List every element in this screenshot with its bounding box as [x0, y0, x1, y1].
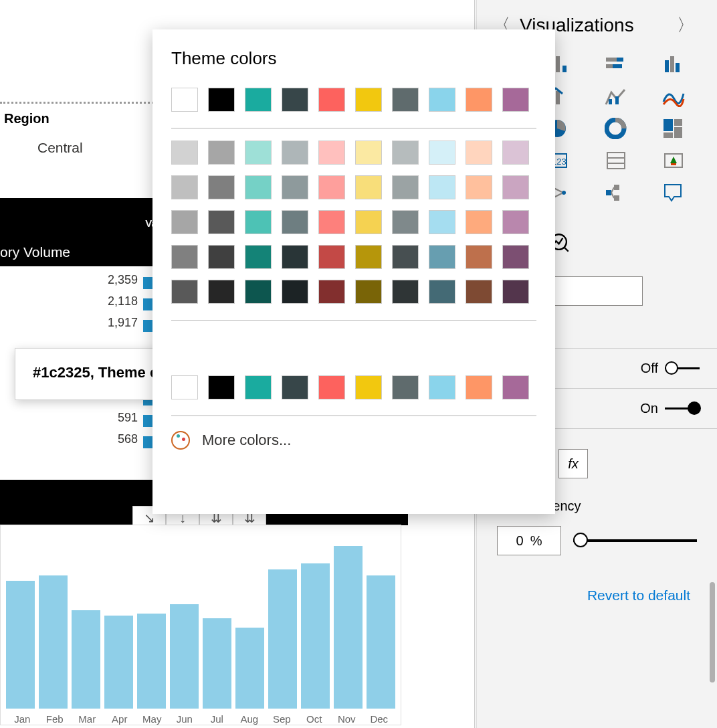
revert-to-default-link[interactable]: Revert to default [477, 567, 717, 624]
color-swatch[interactable] [466, 88, 492, 112]
color-swatch[interactable] [466, 375, 492, 399]
color-swatch[interactable] [466, 141, 492, 165]
color-swatch[interactable] [171, 280, 198, 304]
color-swatch[interactable] [318, 375, 345, 399]
color-swatch[interactable] [171, 88, 198, 112]
color-swatch[interactable] [208, 175, 235, 199]
viz-type-icon[interactable] [604, 149, 628, 172]
color-swatch[interactable] [466, 175, 492, 199]
color-swatch[interactable] [502, 141, 529, 165]
color-swatch[interactable] [355, 141, 382, 165]
color-swatch[interactable] [502, 375, 529, 399]
viz-type-icon[interactable] [604, 53, 628, 76]
color-swatch[interactable] [502, 210, 529, 234]
color-swatch[interactable] [245, 175, 272, 199]
color-swatch[interactable] [208, 375, 235, 399]
color-swatch[interactable] [355, 280, 382, 304]
color-swatch[interactable] [208, 245, 235, 269]
chevron-right-icon[interactable]: 〉 [668, 13, 704, 37]
color-swatch[interactable] [392, 280, 419, 304]
color-swatch[interactable] [245, 280, 272, 304]
color-swatch[interactable] [392, 245, 419, 269]
color-swatch[interactable] [282, 245, 308, 269]
color-swatch[interactable] [245, 141, 272, 165]
color-swatch[interactable] [318, 88, 345, 112]
color-swatch[interactable] [466, 210, 492, 234]
color-swatch[interactable] [208, 280, 235, 304]
bar[interactable] [170, 604, 199, 709]
color-swatch[interactable] [355, 245, 382, 269]
bar[interactable] [203, 618, 231, 709]
transparency-input[interactable]: 0 % [497, 526, 561, 555]
bar[interactable] [301, 563, 330, 709]
color-swatch[interactable] [318, 141, 345, 165]
color-swatch[interactable] [318, 280, 345, 304]
bar[interactable] [268, 569, 297, 709]
color-swatch[interactable] [392, 88, 419, 112]
bar[interactable] [6, 581, 35, 709]
property-2-toggle[interactable] [665, 401, 702, 416]
color-swatch[interactable] [245, 245, 272, 269]
bar[interactable] [367, 575, 395, 709]
color-swatch[interactable] [429, 245, 455, 269]
more-colors-button[interactable]: More colors... [171, 431, 536, 450]
color-swatch[interactable] [171, 245, 198, 269]
bar[interactable] [334, 546, 363, 709]
color-swatch[interactable] [245, 88, 272, 112]
color-swatch[interactable] [318, 175, 345, 199]
bar-chart[interactable]: JanFebMarAprMayJunJulAugSepOctNovDec [0, 525, 401, 725]
viz-type-icon[interactable] [661, 85, 686, 108]
color-swatch[interactable] [429, 175, 455, 199]
color-swatch[interactable] [282, 175, 308, 199]
color-swatch[interactable] [392, 175, 419, 199]
color-swatch[interactable] [429, 88, 455, 112]
color-swatch[interactable] [208, 88, 235, 112]
viz-type-icon[interactable] [604, 85, 628, 108]
color-swatch[interactable] [502, 245, 529, 269]
color-swatch[interactable] [171, 175, 198, 199]
slicer-value[interactable]: Central [37, 140, 83, 156]
color-swatch[interactable] [502, 88, 529, 112]
scrollbar[interactable] [710, 582, 715, 682]
color-swatch[interactable] [282, 88, 308, 112]
bar[interactable] [72, 610, 100, 709]
viz-type-icon[interactable] [604, 117, 628, 140]
viz-type-icon[interactable] [604, 181, 628, 204]
color-swatch[interactable] [318, 210, 345, 234]
color-swatch[interactable] [392, 141, 419, 165]
color-swatch[interactable] [392, 375, 419, 399]
viz-type-icon[interactable] [661, 181, 686, 204]
color-swatch[interactable] [429, 141, 455, 165]
bar[interactable] [104, 616, 133, 709]
viz-type-icon[interactable] [661, 149, 686, 172]
property-1-toggle[interactable] [665, 361, 702, 376]
bar[interactable] [39, 575, 68, 709]
transparency-slider[interactable] [573, 539, 697, 542]
color-swatch[interactable] [355, 88, 382, 112]
bar[interactable] [137, 614, 166, 709]
color-swatch[interactable] [282, 375, 308, 399]
color-swatch[interactable] [355, 375, 382, 399]
color-swatch[interactable] [282, 141, 308, 165]
color-swatch[interactable] [502, 175, 529, 199]
color-swatch[interactable] [245, 375, 272, 399]
color-swatch[interactable] [208, 141, 235, 165]
color-swatch[interactable] [429, 210, 455, 234]
viz-type-icon[interactable] [661, 117, 686, 140]
color-swatch[interactable] [466, 280, 492, 304]
color-swatch[interactable] [429, 280, 455, 304]
color-swatch[interactable] [282, 210, 308, 234]
color-swatch[interactable] [171, 210, 198, 234]
fx-button[interactable]: fx [558, 449, 588, 478]
color-swatch[interactable] [208, 210, 235, 234]
bar[interactable] [235, 628, 264, 709]
color-swatch[interactable] [466, 245, 492, 269]
color-swatch[interactable] [392, 210, 419, 234]
color-swatch[interactable] [282, 280, 308, 304]
color-swatch[interactable] [429, 375, 455, 399]
color-swatch[interactable] [355, 175, 382, 199]
color-swatch[interactable] [245, 210, 272, 234]
color-swatch[interactable] [171, 141, 198, 165]
color-swatch[interactable] [318, 245, 345, 269]
color-swatch[interactable] [171, 375, 198, 399]
